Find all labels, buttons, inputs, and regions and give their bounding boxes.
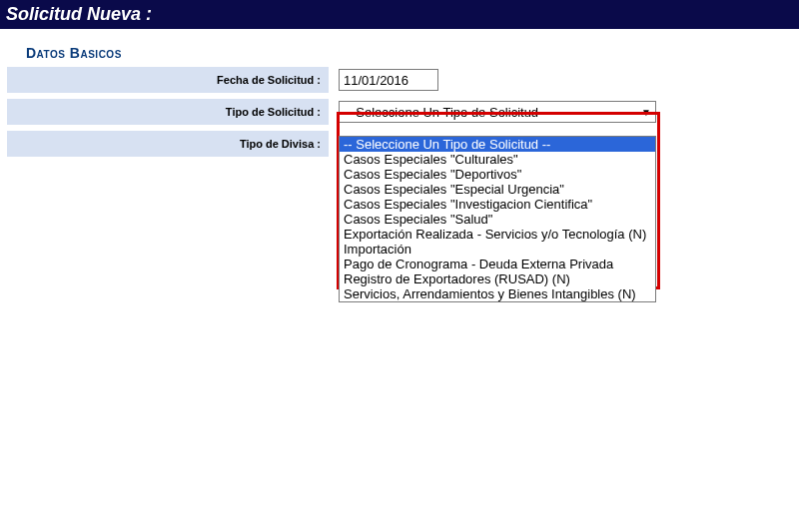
section-heading: Datos Basicos bbox=[0, 29, 799, 67]
chevron-down-icon: ▼ bbox=[641, 107, 651, 118]
field-tipo-cell: -- Seleccione Un Tipo de Solicitud -- ▼ bbox=[339, 99, 656, 125]
dropdown-list-tipo[interactable]: -- Seleccione Un Tipo de Solicitud --Cas… bbox=[339, 136, 656, 169]
dropdown-option[interactable]: -- Seleccione Un Tipo de Solicitud -- bbox=[340, 137, 655, 152]
page-title-bar: Solicitud Nueva : bbox=[0, 0, 799, 29]
form-row-tipo: Tipo de Solicitud : -- Seleccione Un Tip… bbox=[0, 99, 799, 125]
label-fecha: Fecha de Solicitud : bbox=[7, 67, 329, 93]
dropdown-option[interactable]: Casos Especiales "Deportivos" bbox=[340, 167, 655, 169]
input-fecha[interactable] bbox=[339, 69, 438, 91]
dropdown-option[interactable]: Casos Especiales "Culturales" bbox=[340, 152, 655, 167]
form-row-fecha: Fecha de Solicitud : bbox=[0, 67, 799, 93]
label-divisa: Tipo de Divisa : bbox=[7, 131, 329, 157]
select-tipo[interactable]: -- Seleccione Un Tipo de Solicitud -- ▼ bbox=[339, 101, 656, 123]
select-tipo-value: -- Seleccione Un Tipo de Solicitud -- bbox=[344, 105, 550, 120]
field-fecha-cell bbox=[339, 67, 438, 93]
label-tipo: Tipo de Solicitud : bbox=[7, 99, 329, 125]
page-title: Solicitud Nueva : bbox=[6, 4, 152, 24]
